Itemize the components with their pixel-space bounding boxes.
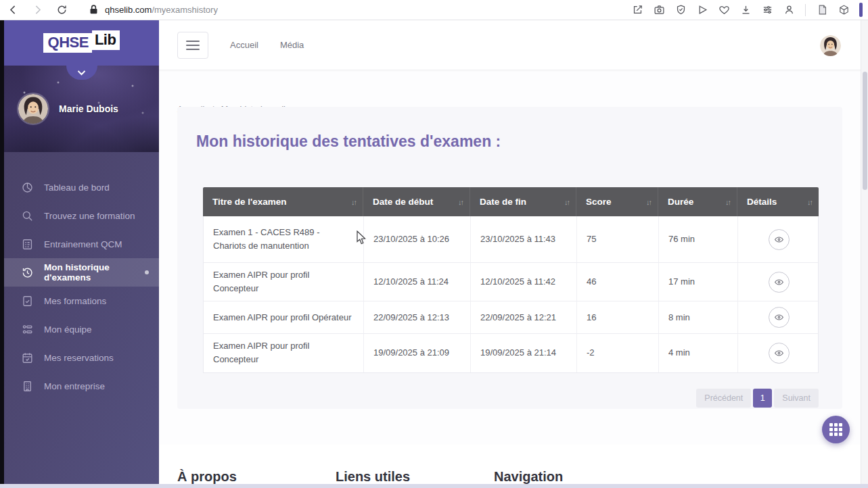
browser-toolbar: qhselib.com/myexamshistory: [0, 0, 868, 20]
cell-start-date: 12/10/2025 à 11:24: [364, 263, 471, 301]
footer-heading-a-propos: À propos: [177, 469, 336, 485]
cell-exam-title: Examen 1 - CACES R489 - Chariots de manu…: [204, 216, 364, 262]
url-path: /myexamshistory: [152, 5, 218, 15]
pagination-prev-button[interactable]: Précédent: [696, 389, 751, 408]
sidebar-item-mes-reservations[interactable]: Mes reservations: [4, 343, 159, 372]
cell-duration: 76 min: [659, 216, 738, 262]
user-name: Marie Dubois: [59, 103, 118, 114]
toolbar-divider: [805, 4, 806, 16]
scrollbar-track[interactable]: [861, 20, 868, 484]
view-details-button[interactable]: [769, 229, 790, 250]
forward-icon[interactable]: [30, 3, 45, 18]
lock-icon: [88, 4, 99, 16]
sidebar-item-label: Trouvez une formation: [44, 211, 135, 221]
view-details-button[interactable]: [769, 343, 790, 364]
cell-start-date: 22/09/2025 à 12:13: [364, 301, 471, 333]
eye-icon: [774, 312, 784, 322]
search-icon: [21, 210, 34, 222]
main-content: Accueil Média Accueil / Mon historique d…: [159, 20, 868, 484]
sidebar-item-mon-historique-examens[interactable]: Mon historique d'examens: [4, 258, 159, 287]
camera-icon[interactable]: [652, 3, 666, 18]
exam-table: Titre de l'examen ↓↑ Date de début ↓↑ Da…: [203, 187, 819, 373]
download-icon[interactable]: [738, 3, 753, 18]
reload-icon[interactable]: [54, 3, 69, 18]
cube-extension-icon[interactable]: [836, 3, 851, 18]
scrollbar-thumb[interactable]: [863, 72, 867, 190]
view-details-button[interactable]: [769, 272, 790, 293]
sidebar-item-tableau-de-bord[interactable]: Tableau de bord: [4, 173, 159, 201]
address-bar[interactable]: qhselib.com/myexamshistory: [105, 5, 218, 15]
navbar-avatar[interactable]: [820, 35, 841, 56]
edit-page-icon[interactable]: [630, 3, 645, 18]
column-header-label: Durée: [668, 197, 693, 207]
cell-end-date: 12/10/2025 à 11:42: [471, 263, 577, 301]
nav-link-accueil[interactable]: Accueil: [230, 40, 258, 50]
cell-duration: 8 min: [659, 301, 738, 333]
team-icon: [21, 323, 34, 336]
calendar-check-icon: [21, 351, 34, 364]
logo-text-primary: QHSE: [43, 33, 92, 53]
view-details-button[interactable]: [769, 307, 790, 328]
menu-toggle-button[interactable]: [177, 32, 208, 59]
logo-text-secondary: Lib: [92, 30, 120, 50]
eye-icon: [774, 348, 784, 358]
send-icon[interactable]: [695, 3, 710, 18]
logo-band: QHSE Lib: [4, 20, 159, 66]
building-icon: [21, 380, 34, 393]
footer-heading-navigation: Navigation: [494, 469, 563, 485]
user-avatar[interactable]: [18, 94, 48, 124]
sidebar-item-mes-formations[interactable]: Mes formations: [4, 287, 159, 315]
document-check-icon: [21, 295, 34, 308]
page-title: Mon historique des tentatives d'examen :: [196, 132, 501, 151]
cell-score: 16: [577, 301, 659, 333]
sidebar-item-mon-entreprise[interactable]: Mon entreprise: [4, 372, 159, 400]
column-header-label: Titre de l'examen: [212, 197, 287, 207]
table-row: Examen AIPR pour profil Concepteur 19/09…: [204, 334, 818, 372]
browser-window: qhselib.com/myexamshistory: [0, 0, 868, 488]
table-body: Examen 1 - CACES R489 - Chariots de manu…: [203, 216, 819, 373]
heart-icon[interactable]: [716, 3, 731, 18]
column-header-label: Détails: [747, 197, 777, 207]
top-navbar: Accueil Média: [159, 20, 868, 70]
cell-end-date: 23/10/2025 à 11:43: [471, 216, 577, 262]
sidebar-item-entrainement-qcm[interactable]: Entrainement QCM: [4, 230, 159, 258]
sidebar-item-label: Mes formations: [44, 296, 106, 306]
pagination-page-1-button[interactable]: 1: [753, 389, 772, 408]
sort-icon[interactable]: ↓↑: [646, 198, 651, 206]
url-domain: qhselib.com: [105, 5, 152, 15]
cell-duration: 4 min: [659, 334, 738, 372]
column-header-duree[interactable]: Durée ↓↑: [658, 187, 737, 216]
sidebar-item-trouvez-formation[interactable]: Trouvez une formation: [4, 201, 159, 230]
chevron-down-icon: [77, 70, 86, 76]
profile-icon[interactable]: [781, 3, 796, 18]
sidebar-item-label: Mon équipe: [44, 324, 92, 335]
page-panel-icon[interactable]: [815, 3, 829, 18]
shield-check-icon[interactable]: [673, 3, 688, 18]
sort-icon[interactable]: ↓↑: [351, 198, 356, 206]
cell-start-date: 19/09/2025 à 21:09: [364, 334, 471, 372]
cell-exam-title: Examen AIPR pour profil Concepteur: [204, 334, 364, 372]
back-icon[interactable]: [5, 3, 20, 18]
column-header-titre[interactable]: Titre de l'examen ↓↑: [203, 187, 363, 216]
sort-icon[interactable]: ↓↑: [725, 198, 730, 206]
column-header-score[interactable]: Score ↓↑: [576, 187, 658, 216]
dashboard-pie-icon: [21, 181, 34, 194]
table-header-row: Titre de l'examen ↓↑ Date de début ↓↑ Da…: [203, 187, 819, 216]
active-indicator-dot: [145, 270, 149, 274]
sidebar-item-mon-equipe[interactable]: Mon équipe: [4, 315, 159, 343]
apps-grid-button[interactable]: [822, 416, 850, 443]
sliders-icon[interactable]: [760, 3, 775, 18]
collapse-profile-button[interactable]: [66, 66, 97, 80]
sort-icon[interactable]: ↓↑: [564, 198, 569, 206]
column-header-label: Score: [586, 197, 612, 207]
column-header-date-debut[interactable]: Date de début ↓↑: [363, 187, 470, 216]
column-header-date-fin[interactable]: Date de fin ↓↑: [470, 187, 576, 216]
sort-icon[interactable]: ↓↑: [458, 198, 463, 206]
qhselib-logo[interactable]: QHSE Lib: [43, 33, 120, 53]
pagination-next-button[interactable]: Suivant: [774, 389, 819, 408]
column-header-details[interactable]: Détails ↓↑: [737, 187, 819, 216]
table-row: Examen AIPR pour profil Concepteur 12/10…: [204, 263, 818, 301]
cell-score: 75: [577, 216, 659, 262]
nav-link-media[interactable]: Média: [280, 40, 304, 50]
sort-icon[interactable]: ↓↑: [807, 198, 812, 206]
